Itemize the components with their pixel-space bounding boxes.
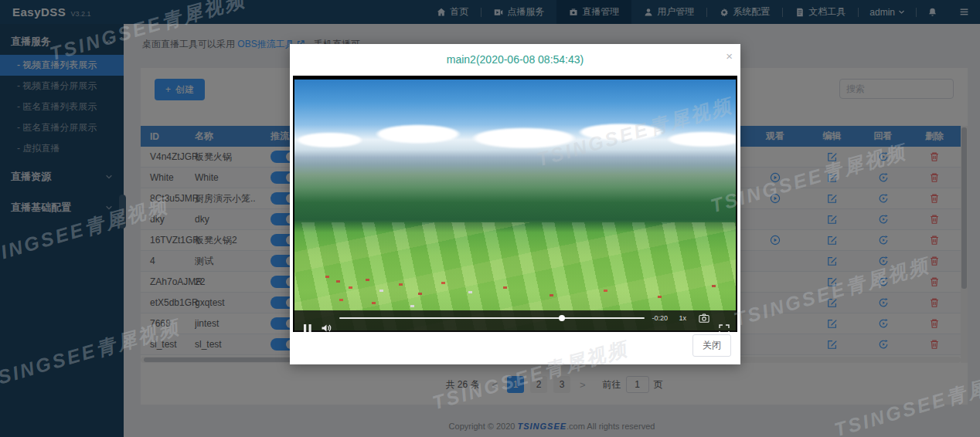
progress-bar[interactable] bbox=[339, 317, 645, 319]
video-frame-landscape bbox=[294, 80, 736, 330]
clouds bbox=[294, 112, 736, 152]
close-icon[interactable]: × bbox=[726, 50, 733, 62]
time-remaining: -0:20 bbox=[652, 314, 668, 322]
video-player-modal: main2(2020-06-08 08:54:43) × -0:20 1x bbox=[290, 44, 740, 364]
fullscreen-button[interactable] bbox=[719, 324, 730, 332]
playback-speed[interactable]: 1x bbox=[679, 314, 686, 322]
village-houses bbox=[325, 276, 329, 278]
volume-button[interactable] bbox=[321, 323, 332, 332]
video-player[interactable]: -0:20 1x bbox=[293, 76, 737, 332]
pause-button[interactable] bbox=[302, 324, 313, 332]
progress-handle[interactable] bbox=[559, 315, 565, 321]
player-control-bar: -0:20 1x bbox=[294, 310, 736, 332]
snapshot-button[interactable] bbox=[699, 313, 709, 327]
modal-close-button[interactable]: 关闭 bbox=[692, 334, 731, 357]
modal-title: main2(2020-06-08 08:54:43) bbox=[290, 44, 740, 75]
